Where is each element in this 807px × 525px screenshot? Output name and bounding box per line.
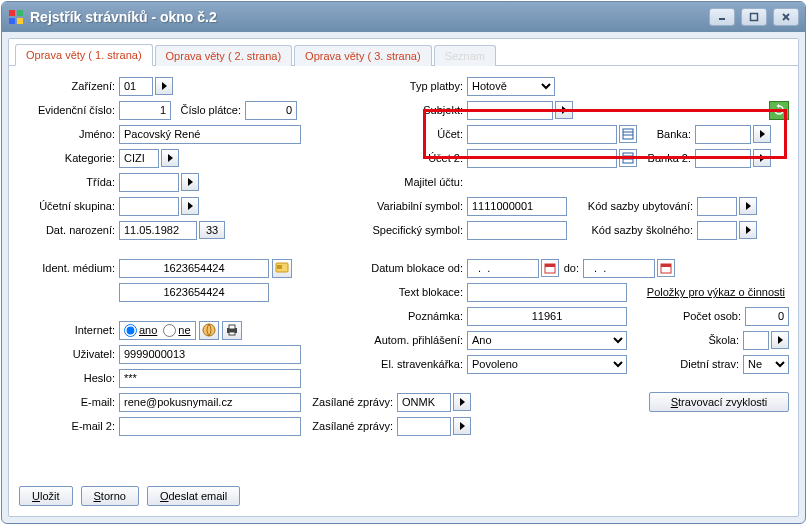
ucet2-list-icon[interactable] <box>619 149 637 167</box>
evid-input[interactable] <box>119 101 171 120</box>
svg-rect-0 <box>9 10 15 16</box>
textblok-input[interactable] <box>467 283 627 302</box>
svg-rect-12 <box>229 325 235 329</box>
email-input[interactable] <box>119 393 301 412</box>
banka-lookup-icon[interactable] <box>753 125 771 143</box>
kategorie-input[interactable] <box>119 149 159 168</box>
cisloplatce-label: Číslo plátce: <box>171 104 245 116</box>
age-display: 33 <box>199 221 225 239</box>
internet-radio-group: ano ne <box>119 321 196 340</box>
subjekt-lookup-icon[interactable] <box>555 101 573 119</box>
zarizeni-lookup-icon[interactable] <box>155 77 173 95</box>
kategorie-label: Kategorie: <box>19 152 119 164</box>
kategorie-lookup-icon[interactable] <box>161 149 179 167</box>
kodubyt-lookup-icon[interactable] <box>739 197 757 215</box>
trida-input[interactable] <box>119 173 179 192</box>
pozn-label: Poznámka: <box>339 310 467 322</box>
footer: Uložit Storno Odeslat email <box>9 480 798 516</box>
pocetosob-label: Počet osob: <box>627 310 745 322</box>
close-button[interactable] <box>773 8 799 26</box>
svg-rect-1 <box>17 10 23 16</box>
window-title: Rejstřík strávníků - okno č.2 <box>30 9 709 25</box>
tab-page1[interactable]: Oprava věty ( 1. strana) <box>15 44 153 66</box>
svg-rect-14 <box>623 129 633 139</box>
globe-icon[interactable] <box>199 321 219 340</box>
ucet-label: Účet: <box>339 128 467 140</box>
datnar-input[interactable] <box>119 221 197 240</box>
tab-list[interactable]: Seznam <box>434 45 496 66</box>
dietni-select[interactable]: Ne <box>743 355 789 374</box>
uzivatel-input[interactable] <box>119 345 301 364</box>
svg-rect-5 <box>751 14 758 21</box>
zaszpr-label: Zasílané zprávy: <box>303 396 397 408</box>
stravzvyk-button[interactable]: Stravovací zvyklosti <box>649 392 789 412</box>
cisloplatce-input[interactable] <box>245 101 297 120</box>
maximize-button[interactable] <box>741 8 767 26</box>
subjekt-refresh-icon[interactable] <box>769 101 789 120</box>
typplatby-select[interactable]: Hotově <box>467 77 555 96</box>
identmed-input[interactable] <box>119 259 269 278</box>
zaszpr-lookup-icon[interactable] <box>453 393 471 411</box>
tab-page3[interactable]: Oprava věty ( 3. strana) <box>294 45 432 66</box>
internet-ne-radio[interactable]: ne <box>163 324 190 337</box>
calendar-do-icon[interactable] <box>657 259 675 277</box>
internet-ano-radio[interactable]: ano <box>124 324 157 337</box>
zarizeni-label: Zařízení: <box>19 80 119 92</box>
pozn-input[interactable] <box>467 307 627 326</box>
svg-rect-13 <box>229 332 235 335</box>
subjekt-label: Subjekt: <box>339 104 467 116</box>
evid-label: Evidenční číslo: <box>19 104 119 116</box>
datblok-od-input[interactable] <box>467 259 539 278</box>
kodubyt-input[interactable] <box>697 197 737 216</box>
zaszpr2-label: Zasílané zprávy: <box>303 420 397 432</box>
datnar-label: Dat. narození: <box>19 224 119 236</box>
identmed-card-icon[interactable] <box>272 259 292 278</box>
specsym-input[interactable] <box>467 221 567 240</box>
subjekt-input[interactable] <box>467 101 553 120</box>
ucet-list-icon[interactable] <box>619 125 637 143</box>
banka2-input[interactable] <box>695 149 751 168</box>
autoprih-select[interactable]: Ano <box>467 331 627 350</box>
calendar-od-icon[interactable] <box>541 259 559 277</box>
app-icon <box>8 9 24 25</box>
typplatby-label: Typ platby: <box>339 80 467 92</box>
zaszpr-input[interactable] <box>397 393 451 412</box>
svg-rect-3 <box>17 18 23 24</box>
elstrav-select[interactable]: Povoleno <box>467 355 627 374</box>
skola-lookup-icon[interactable] <box>771 331 789 349</box>
ucet-input[interactable] <box>467 125 617 144</box>
zarizeni-input[interactable] <box>119 77 153 96</box>
jmeno-input[interactable] <box>119 125 301 144</box>
do-label: do: <box>559 262 583 274</box>
ucet2-input[interactable] <box>467 149 617 168</box>
banka2-lookup-icon[interactable] <box>753 149 771 167</box>
minimize-button[interactable] <box>709 8 735 26</box>
zaszpr2-lookup-icon[interactable] <box>453 417 471 435</box>
identmed2-input[interactable] <box>119 283 269 302</box>
banka-input[interactable] <box>695 125 751 144</box>
uctskup-input[interactable] <box>119 197 179 216</box>
tab-page2[interactable]: Oprava věty ( 2. strana) <box>155 45 293 66</box>
ucet2-label: Účet 2: <box>339 152 467 164</box>
varsym-input[interactable] <box>467 197 567 216</box>
email2-input[interactable] <box>119 417 301 436</box>
svg-point-10 <box>203 324 215 336</box>
skola-input[interactable] <box>743 331 769 350</box>
heslo-input[interactable] <box>119 369 301 388</box>
pocetosob-input[interactable] <box>745 307 789 326</box>
cancel-button[interactable]: Storno <box>81 486 139 506</box>
printer-icon[interactable] <box>222 321 242 340</box>
kodskol-label: Kód sazby školného: <box>567 224 697 236</box>
uctskup-lookup-icon[interactable] <box>181 197 199 215</box>
varsym-label: Variabilní symbol: <box>339 200 467 212</box>
form-area: Zařízení: Evidenční číslo: Číslo plátce:… <box>9 66 798 480</box>
kodskol-lookup-icon[interactable] <box>739 221 757 239</box>
save-button[interactable]: Uložit <box>19 486 73 506</box>
banka-label: Banka: <box>637 128 695 140</box>
send-email-button[interactable]: Odeslat email <box>147 486 240 506</box>
datblok-do-input[interactable] <box>583 259 655 278</box>
zaszpr2-input[interactable] <box>397 417 451 436</box>
titlebar: Rejstřík strávníků - okno č.2 <box>2 2 805 32</box>
trida-lookup-icon[interactable] <box>181 173 199 191</box>
kodskol-input[interactable] <box>697 221 737 240</box>
